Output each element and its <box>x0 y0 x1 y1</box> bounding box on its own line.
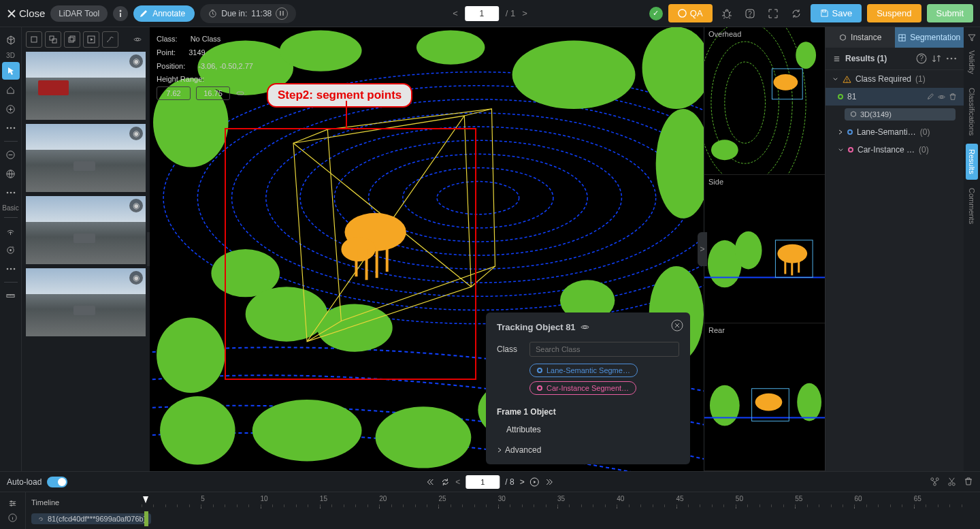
class-chip-lane[interactable]: Lane-Semantic Segme… <box>529 364 638 377</box>
settings-icon[interactable] <box>7 498 18 509</box>
filter-icon[interactable] <box>967 33 977 42</box>
group-class-required[interactable]: Class Required (1) <box>826 70 964 88</box>
playhead[interactable] <box>143 496 148 503</box>
camera-thumb-3[interactable]: ◉ <box>26 196 146 264</box>
tool-target[interactable] <box>2 241 20 259</box>
frame-prev[interactable]: < <box>455 477 460 487</box>
help-button[interactable] <box>741 5 759 22</box>
height-max-input[interactable] <box>196 86 230 100</box>
timeline-ruler[interactable]: 5101520253035404550556065 <box>142 495 973 510</box>
svg-point-101 <box>10 500 12 502</box>
frame-input[interactable] <box>466 475 500 489</box>
rail-validity[interactable]: Validity <box>966 45 978 80</box>
tab-instance[interactable]: Instance <box>826 27 895 48</box>
tick: 10 <box>261 495 268 502</box>
rail-classifications[interactable]: Classifications <box>966 82 978 141</box>
play-icon[interactable] <box>530 477 540 487</box>
sort-icon[interactable] <box>931 53 942 64</box>
branch-icon[interactable] <box>930 477 940 487</box>
track-keyframe[interactable] <box>144 511 148 526</box>
class-label: Class: <box>157 33 178 46</box>
close-button[interactable]: Close <box>7 7 45 19</box>
page-next[interactable]: > <box>522 8 527 18</box>
link-icon[interactable] <box>235 89 245 98</box>
rail-comments[interactable]: Comments <box>966 182 978 229</box>
tool-signal[interactable] <box>2 222 20 240</box>
mini-tool-boxes[interactable] <box>45 31 61 48</box>
result-item-81[interactable]: 81 <box>826 88 964 106</box>
view-rear[interactable]: Rear <box>704 323 825 471</box>
annotate-button[interactable]: Annotate <box>133 5 195 22</box>
tracking-close[interactable] <box>671 319 683 332</box>
tool-pointer[interactable] <box>2 62 20 80</box>
tracking-class-search[interactable] <box>529 342 679 357</box>
item-color-dot <box>838 94 843 99</box>
save-button[interactable]: Save <box>811 4 862 22</box>
tracking-advanced-toggle[interactable]: Advanced <box>497 445 679 455</box>
camera-thumb-1[interactable]: ◉ <box>26 52 146 120</box>
viewport-info: Class: No Class Point: 3149 Position: -3… <box>157 33 253 100</box>
bug-button[interactable] <box>718 5 736 22</box>
page-input[interactable] <box>465 6 499 21</box>
edit-icon[interactable] <box>926 93 934 101</box>
submit-button[interactable]: Submit <box>927 4 973 22</box>
result-item-car[interactable]: Car-Instance … (0) <box>826 141 964 159</box>
tool-more-1[interactable] <box>2 119 20 137</box>
suspend-button[interactable]: Suspend <box>867 4 921 22</box>
tool-more-3[interactable] <box>2 260 20 278</box>
sync-button[interactable] <box>787 5 805 22</box>
pause-button[interactable] <box>276 7 288 20</box>
svg-point-42 <box>416 30 485 64</box>
eye-icon[interactable]: ◉ <box>129 54 143 68</box>
svg-point-21 <box>13 268 15 270</box>
autoload-toggle[interactable] <box>47 477 67 487</box>
mini-tool-eye[interactable] <box>129 31 146 48</box>
camera-thumb-2[interactable]: ◉ <box>26 124 146 192</box>
info-icon[interactable] <box>7 513 18 523</box>
help-icon[interactable]: ? <box>916 53 927 64</box>
pencil-icon <box>139 9 148 18</box>
trash-icon[interactable] <box>964 477 973 486</box>
more-icon[interactable] <box>946 53 957 64</box>
class-chip-car[interactable]: Car-Instance Segment… <box>529 381 636 395</box>
tool-home[interactable] <box>2 81 20 99</box>
view-overhead[interactable]: Overhead <box>704 27 825 175</box>
info-button[interactable] <box>113 6 128 21</box>
page-prev[interactable]: < <box>453 8 458 18</box>
eye-icon[interactable]: ◉ <box>129 271 143 285</box>
fullscreen-button[interactable] <box>764 5 782 22</box>
trash-icon[interactable] <box>949 93 957 101</box>
tool-more-2[interactable] <box>2 184 20 202</box>
eye-icon[interactable] <box>580 322 590 332</box>
mini-tool-play[interactable] <box>83 31 99 48</box>
svg-point-50 <box>160 396 235 464</box>
rail-results[interactable]: Results <box>966 144 978 180</box>
camera-thumb-4[interactable]: ◉ <box>26 268 146 336</box>
mini-tool-route[interactable] <box>102 31 118 48</box>
cut-icon[interactable] <box>947 477 957 487</box>
eye-icon[interactable]: ◉ <box>129 199 143 212</box>
height-min-input[interactable] <box>157 86 191 100</box>
result-item-lane[interactable]: Lane-Semanti… (0) <box>826 123 964 141</box>
viewport-3d[interactable]: Class: No Class Point: 3149 Position: -3… <box>150 27 704 471</box>
track-81[interactable]: 81(cfcd40df***9699a0af076b) <box>31 513 151 524</box>
tool-globe[interactable] <box>2 165 20 182</box>
qa-button[interactable]: QA <box>668 4 713 22</box>
tool-add[interactable] <box>2 100 20 118</box>
refresh-icon[interactable] <box>440 477 450 487</box>
svg-rect-1 <box>120 13 121 17</box>
tab-segmentation[interactable]: Segmentation <box>895 27 964 48</box>
frame-next[interactable]: > <box>520 477 525 487</box>
skip-fwd-icon[interactable] <box>545 477 555 487</box>
eye-icon[interactable] <box>937 93 946 101</box>
view-side[interactable]: Side <box>704 175 825 323</box>
skip-back-icon[interactable] <box>425 477 435 487</box>
tick: 5 <box>201 495 205 502</box>
tool-ruler[interactable] <box>2 287 20 304</box>
eye-icon[interactable]: ◉ <box>129 127 143 140</box>
tool-cube[interactable] <box>2 31 20 49</box>
tool-remove[interactable] <box>2 146 20 163</box>
mini-tool-dup[interactable] <box>64 31 80 48</box>
mini-tool-box[interactable] <box>26 31 42 48</box>
sub-3d[interactable]: 3D(3149) <box>845 108 956 121</box>
